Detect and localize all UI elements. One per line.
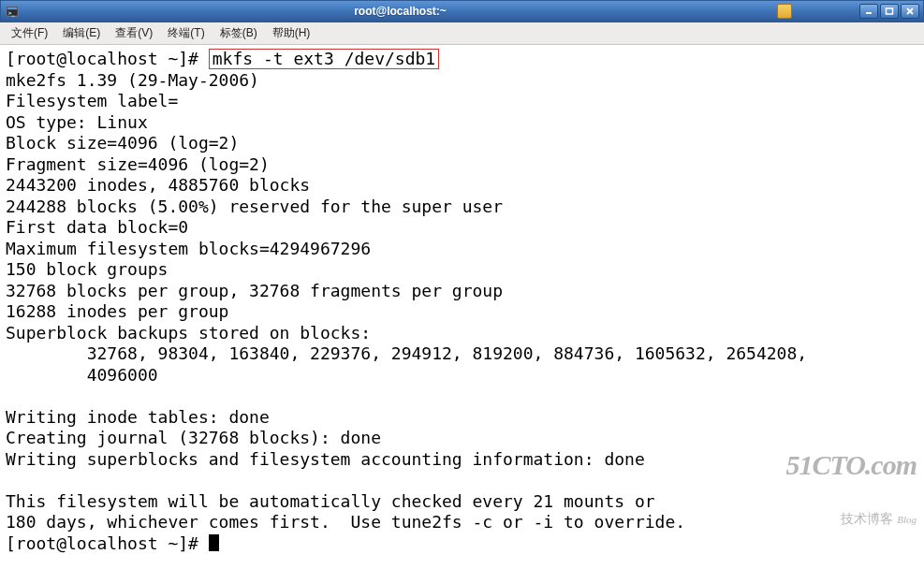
terminal-line: 4096000 [6, 365, 158, 385]
terminal-line: Block size=4096 (log=2) [6, 133, 239, 153]
terminal-line: Fragment size=4096 (log=2) [6, 154, 270, 174]
menu-view[interactable]: 查看(V) [108, 23, 160, 43]
menu-help[interactable]: 帮助(H) [265, 23, 318, 43]
svg-rect-4 [887, 8, 893, 14]
terminal-line: [root@localhost ~]# [6, 533, 219, 553]
terminal-line: Creating journal (32768 blocks): done [6, 428, 381, 447]
watermark: 51CTO.com 技术博客Blog [785, 417, 917, 560]
terminal-app-icon: >_ [5, 4, 20, 19]
menu-tabs[interactable]: 标签(B) [213, 23, 265, 43]
prompt: [root@localhost ~]# [6, 533, 209, 553]
terminal-line: 2443200 inodes, 4885760 blocks [6, 175, 310, 195]
document-icon [777, 4, 792, 19]
close-button[interactable] [901, 4, 919, 19]
terminal-line: Maximum filesystem blocks=4294967296 [6, 239, 371, 258]
terminal-line: OS type: Linux [6, 112, 148, 132]
terminal-viewport[interactable]: [root@localhost ~]# mkfs -t ext3 /dev/sd… [0, 45, 924, 569]
terminal-line: 150 block groups [6, 259, 168, 279]
terminal-line: 244288 blocks (5.00%) reserved for the s… [6, 197, 503, 216]
window-titlebar: >_ root@localhost:~ [0, 0, 924, 22]
terminal-line: Filesystem label= [6, 91, 178, 110]
terminal-line: 16288 inodes per group [6, 301, 228, 321]
watermark-sub: 技术博客Blog [785, 513, 917, 526]
terminal-line: [root@localhost ~]# mkfs -t ext3 /dev/sd… [6, 49, 439, 68]
terminal-line: This filesystem will be automatically ch… [6, 491, 655, 511]
terminal-line: 32768, 98304, 163840, 229376, 294912, 81… [6, 343, 807, 363]
window-title: root@localhost:~ [23, 5, 777, 18]
prompt: [root@localhost ~]# [6, 49, 209, 68]
menu-terminal[interactable]: 终端(T) [160, 23, 212, 43]
cursor-block-icon [209, 534, 219, 551]
terminal-line: Writing superblocks and filesystem accou… [6, 449, 645, 469]
menu-file[interactable]: 文件(F) [4, 23, 55, 43]
command-highlight: mkfs -t ext3 /dev/sdb1 [209, 49, 439, 69]
menubar: 文件(F) 编辑(E) 查看(V) 终端(T) 标签(B) 帮助(H) [0, 22, 924, 45]
terminal-line: 32768 blocks per group, 32768 fragments … [6, 281, 503, 300]
terminal-line: Superblock backups stored on blocks: [6, 323, 371, 343]
terminal-line: 180 days, whichever comes first. Use tun… [6, 512, 685, 532]
minimize-button[interactable] [859, 4, 878, 19]
watermark-main: 51CTO.com [785, 451, 917, 479]
terminal-line: First data block=0 [6, 217, 188, 237]
svg-text:>_: >_ [8, 9, 16, 17]
maximize-button[interactable] [880, 4, 899, 19]
terminal-line: Writing inode tables: done [6, 407, 270, 427]
terminal-line: mke2fs 1.39 (29-May-2006) [6, 70, 259, 90]
menu-edit[interactable]: 编辑(E) [55, 23, 108, 43]
